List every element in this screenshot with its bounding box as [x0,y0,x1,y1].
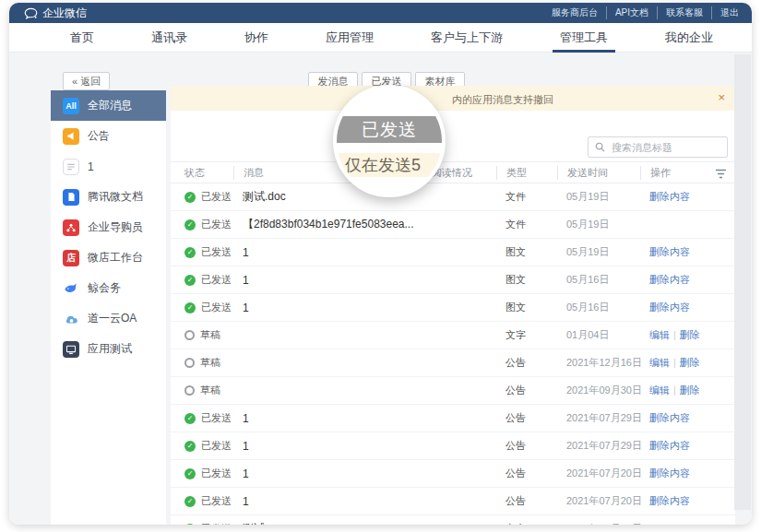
action-link-删除内容[interactable]: 删除内容 [649,467,690,479]
column-header-类型: 类型 [496,166,566,180]
sidebar-item-label: 道一云OA [88,311,137,326]
sidebar-item-鲸会务[interactable]: 鲸会务 [51,273,166,303]
action-link-删除内容[interactable]: 删除内容 [649,246,690,257]
nav-item-客户与上下游[interactable]: 客户与上下游 [431,23,503,53]
topbar-link-API文档[interactable]: API文档 [607,6,658,19]
app-logo-text: 企业微信 [42,6,87,21]
status-cell: ✓已发送 [184,439,243,453]
megaphone-icon [63,128,79,145]
message-cell: 1 [243,440,431,453]
nav-item-首页[interactable]: 首页 [70,23,94,53]
status-sent-icon: ✓ [184,275,196,286]
sidebar-item-label: 全部消息 [88,98,132,113]
message-cell: 1 [243,412,431,425]
sidebar-item-label: 企业导购员 [88,219,143,235]
extra-cell: ★ [719,522,735,525]
sidebar: All全部消息公告1腾讯微文档企业导购员店微店工作台鲸会务道一云OA应用测试 [51,90,166,525]
sidebar-item-微店工作台[interactable]: 店微店工作台 [51,242,166,273]
star-icon[interactable]: ★ [719,522,732,525]
status-text: 已发送 [201,522,232,525]
action-link-删除[interactable]: 删除 [680,357,700,368]
action-link-删除内容[interactable]: 删除内容 [649,412,690,423]
status-cell: 草稿 [184,328,243,342]
status-sent-icon: ✓ [184,413,196,424]
sidebar-item-应用测试[interactable]: 应用测试 [51,334,166,364]
list-icon [63,159,79,175]
status-text: 已发送 [201,439,232,453]
magnifier-lens: 已发送 仅在发送5 [333,85,446,197]
topbar-links: 服务商后台API文档联系客服退出 [543,6,739,19]
filter-icon[interactable] [715,169,727,179]
status-draft-icon [184,330,195,340]
action-link-编辑[interactable]: 编辑 [649,329,670,340]
sidebar-item-全部消息[interactable]: All全部消息 [51,90,166,121]
send-time-cell: 2021年07月20日 [566,494,649,508]
action-link-删除[interactable]: 删除 [680,329,700,340]
action-link-编辑[interactable]: 编辑 [649,384,670,396]
action-link-编辑[interactable]: 编辑 [649,357,670,368]
action-link-删除内容[interactable]: 删除内容 [649,440,690,451]
action-link-删除内容[interactable]: 删除内容 [649,495,690,506]
table-header: 状态消息阅读情况类型发送时间操作 [171,161,735,183]
sidebar-item-腾讯微文档[interactable]: 腾讯微文档 [51,182,166,212]
sidebar-item-道一云OA[interactable]: 道一云OA [51,303,166,334]
scrollbar-track[interactable] [734,54,751,510]
status-draft-icon [184,385,195,396]
topbar-link-服务商后台[interactable]: 服务商后台 [543,6,607,19]
action-link-删除内容[interactable]: 删除内容 [649,191,690,202]
actions-cell: 编辑|删除 [649,384,719,397]
send-time-cell: 01月04日 [566,328,649,342]
status-sent-icon: ✓ [184,468,196,479]
action-link-删除[interactable]: 删除 [680,384,700,396]
send-time-cell: 2021年09月30日 [566,384,649,397]
topbar-link-联系客服[interactable]: 联系客服 [658,6,712,19]
type-cell: 图文 [505,245,566,259]
sidebar-item-label: 应用测试 [88,341,132,357]
action-separator: | [673,329,676,340]
status-sent-icon: ✓ [184,247,196,258]
actions-cell: 删除内容 [649,411,719,425]
monitor-icon [63,341,79,358]
table-row: ✓已发送1公告2021年07月20日删除内容 [171,488,735,515]
type-cell: 文件 [505,190,566,204]
status-cell: ✓已发送 [184,494,243,508]
message-cell: 1 [243,467,431,480]
nav-item-我的企业[interactable]: 我的企业 [665,23,713,53]
send-time-cell: 2021年07月29日 [566,439,649,453]
status-cell: ✓已发送 [184,301,243,314]
status-cell: ✓已发送 [184,411,243,425]
action-link-删除内容[interactable]: 删除内容 [649,301,690,313]
sidebar-item-1[interactable]: 1 [51,151,166,182]
table-row: ✓已发送1公告2021年07月20日删除内容 [171,460,735,488]
nav-item-管理工具[interactable]: 管理工具 [560,23,608,53]
table-row: 草稿文字01月04日编辑|删除 [171,322,735,349]
action-link-删除内容[interactable]: 删除内容 [649,274,690,285]
close-icon[interactable]: × [718,91,725,103]
main-nav: 首页通讯录协作应用管理客户与上下游管理工具我的企业 [9,23,752,53]
status-cell: ✓已发送 [184,190,243,204]
chat-bubble-icon [24,7,38,19]
topbar-link-退出[interactable]: 退出 [712,6,739,19]
app-logo[interactable]: 企业微信 [24,6,87,21]
sidebar-item-企业导购员[interactable]: 企业导购员 [51,212,166,242]
nav-item-通讯录[interactable]: 通讯录 [151,23,187,53]
sidebar-item-label: 微店工作台 [88,250,143,266]
sidebar-item-label: 公告 [88,128,110,144]
send-time-cell: 2021年07月29日 [566,411,649,425]
sidebar-item-公告[interactable]: 公告 [51,121,166,151]
type-cell: 公告 [505,467,566,480]
column-header-发送时间: 发送时间 [557,166,649,180]
send-time-cell: 05月16日 [566,273,649,287]
status-cell: 草稿 [184,384,243,397]
search-input[interactable] [610,141,720,154]
nav-item-应用管理[interactable]: 应用管理 [326,23,374,53]
nav-item-协作[interactable]: 协作 [244,23,268,53]
type-cell: 公告 [505,439,566,453]
status-cell: ✓已发送 [184,245,243,259]
table-row: ✓已发送1公告2021年07月29日删除内容 [171,432,735,460]
back-button[interactable]: « 返回 [63,72,110,90]
actions-cell: 删除内容 [649,190,719,204]
magnified-sent-tab: 已发送 [337,116,442,143]
type-cell: 公告 [505,411,566,425]
actions-cell: 删除内容 [649,273,719,287]
